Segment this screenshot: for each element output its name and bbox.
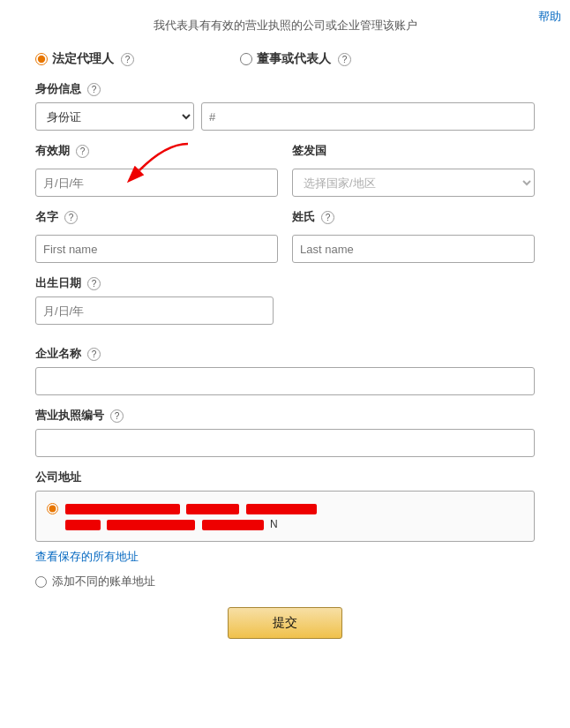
id-section: 身份信息 ? 身份证 护照 驾驶证 <box>35 81 535 131</box>
issuing-country-group: 签发国 选择国家/地区 <box>292 143 535 197</box>
last-name-input[interactable] <box>292 235 535 263</box>
legal-rep-help-icon[interactable]: ? <box>121 53 134 66</box>
add-address-row: 添加不同的账单地址 <box>35 574 535 589</box>
legal-rep-radio[interactable] <box>35 53 48 65</box>
company-name-group: 企业名称 ? <box>35 346 535 395</box>
company-name-input[interactable] <box>35 367 535 395</box>
first-name-label: 名字 ? <box>35 209 278 225</box>
last-name-help-icon[interactable]: ? <box>321 211 334 224</box>
company-name-label: 企业名称 ? <box>35 346 535 362</box>
first-name-help-icon[interactable]: ? <box>64 211 78 224</box>
business-license-label: 营业执照编号 ? <box>35 408 535 424</box>
dob-label: 出生日期 ? <box>35 275 535 291</box>
id-section-help-icon[interactable]: ? <box>87 83 101 96</box>
id-type-select[interactable]: 身份证 护照 驾驶证 <box>35 102 194 131</box>
business-license-input[interactable] <box>35 429 535 457</box>
validity-label: 有效期 ? <box>35 143 278 159</box>
dob-help-icon[interactable]: ? <box>87 277 101 290</box>
submit-button[interactable]: 提交 <box>228 607 342 639</box>
legal-rep-label: 法定代理人 <box>52 51 114 67</box>
submit-row: 提交 <box>35 607 535 639</box>
issuing-country-label: 签发国 <box>292 143 535 159</box>
last-name-group: 姓氏 ? <box>292 209 535 263</box>
validity-input[interactable] <box>35 169 278 197</box>
help-link[interactable]: 帮助 <box>538 9 561 25</box>
issuing-country-select[interactable]: 选择国家/地区 <box>292 169 535 197</box>
company-address-label: 公司地址 <box>35 469 535 485</box>
first-name-group: 名字 ? <box>35 209 278 263</box>
board-rep-radio[interactable] <box>240 53 252 65</box>
dob-group: 出生日期 ? <box>35 275 535 325</box>
board-rep-help-icon[interactable]: ? <box>338 53 351 66</box>
business-license-help-icon[interactable]: ? <box>110 409 124 423</box>
saved-address-text: N <box>65 500 523 532</box>
name-row: 名字 ? 姓氏 ? <box>35 209 535 263</box>
last-name-label: 姓氏 ? <box>292 209 535 225</box>
id-number-input[interactable] <box>201 102 535 131</box>
company-name-help-icon[interactable]: ? <box>87 348 101 361</box>
id-section-label: 身份信息 ? <box>35 81 535 97</box>
validity-help-icon[interactable]: ? <box>76 145 89 158</box>
saved-address-box: N <box>35 491 535 542</box>
legal-rep-radio-label[interactable]: 法定代理人 ? <box>35 51 134 67</box>
company-address-section: 公司地址 N 查看保存的所有地址 <box>35 469 535 589</box>
page-subtitle: 我代表具有有效的营业执照的公司或企业管理该账户 <box>35 18 535 34</box>
board-rep-label: 董事或代表人 <box>257 51 331 67</box>
saved-address-radio-row: N <box>47 500 523 532</box>
validity-group: 有效期 ? <box>35 143 278 197</box>
id-input-row: 身份证 护照 驾驶证 <box>35 102 535 131</box>
validity-country-row: 有效期 ? 签发国 选择国家/地区 <box>35 143 535 197</box>
add-address-label: 添加不同的账单地址 <box>52 574 155 589</box>
board-rep-radio-label[interactable]: 董事或代表人 ? <box>240 51 351 67</box>
first-name-input[interactable] <box>35 235 278 263</box>
add-address-radio[interactable] <box>35 576 47 588</box>
view-saved-addresses-link[interactable]: 查看保存的所有地址 <box>35 549 535 565</box>
dob-input[interactable] <box>35 296 274 325</box>
business-license-group: 营业执照编号 ? <box>35 408 535 457</box>
saved-address-radio[interactable] <box>47 503 58 514</box>
role-selection-row: 法定代理人 ? 董事或代表人 ? <box>35 51 535 67</box>
